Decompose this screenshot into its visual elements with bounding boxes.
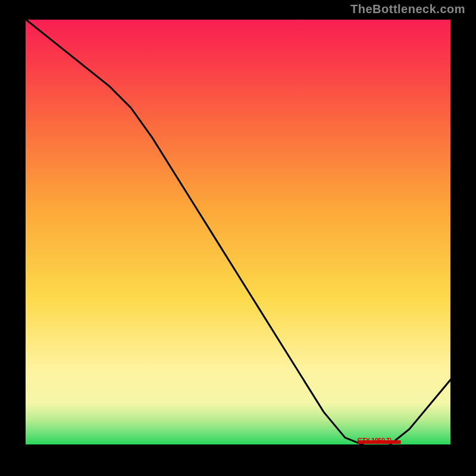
gpu-marker-label: GTX 1050 Ti: [357, 437, 391, 444]
plot-area: GTX 1050 Ti: [24, 18, 452, 446]
chart-svg: [24, 18, 452, 446]
watermark-label: TheBottleneck.com: [350, 2, 465, 16]
chart-container: TheBottleneck.com GTX 1050 Ti: [0, 0, 476, 476]
gradient-bg: [24, 18, 452, 446]
